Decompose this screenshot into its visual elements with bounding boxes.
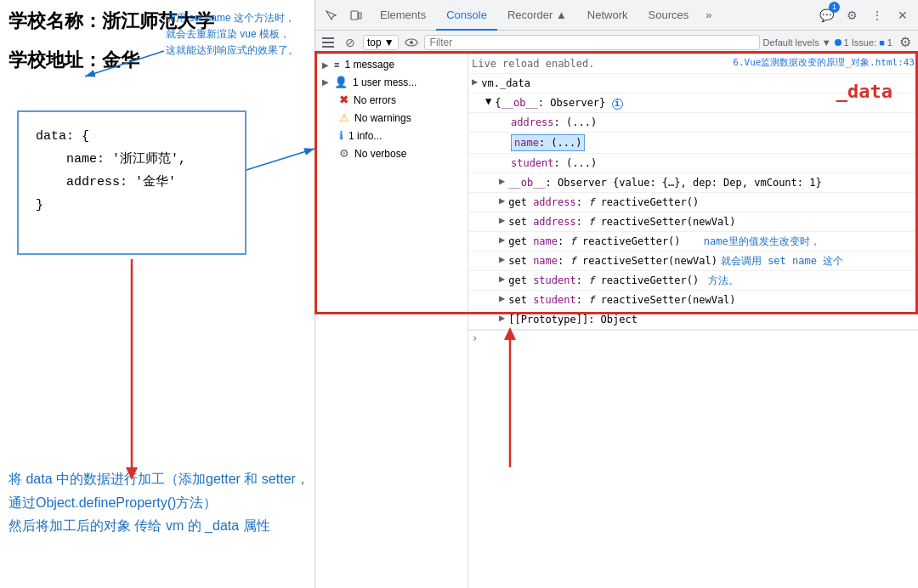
sidebar-errors-label: No errors xyxy=(354,94,396,106)
devtools-tabs: Elements Console Recorder ▲ Network Sour… xyxy=(370,0,718,31)
eye-btn[interactable] xyxy=(402,33,421,52)
console-log: Live reload enabled. 6.Vue监测数据改变的原理_对象.h… xyxy=(468,54,918,588)
log-ob: ▶ __ob__: Observer {value: {…}, dep: Dep… xyxy=(468,173,918,193)
default-levels[interactable]: Default levels ▼ xyxy=(763,37,831,48)
name-highlighted-text: name: (...) xyxy=(511,134,915,151)
live-reload-text: Live reload enabled. xyxy=(472,56,733,71)
get-address-text: get address: f reactiveGetter() xyxy=(508,195,915,210)
log-prototype: ▶ [[Prototype]]: Object xyxy=(468,310,918,330)
sidebar-user-label: 1 user mess... xyxy=(353,76,416,88)
sidebar-info-label: 1 info... xyxy=(348,130,382,142)
svg-rect-0 xyxy=(351,11,358,20)
console-toolbar: ⊘ top ▼ Default levels ▼ 1 Issue: ■ 1 ⚙ xyxy=(315,31,918,54)
get-student-text: get student: f reactiveGetter() 方法。 xyxy=(508,273,915,288)
expand-get-name[interactable]: ▶ xyxy=(499,234,505,246)
info-icon: ℹ xyxy=(339,129,343,142)
sidebar-info[interactable]: ℹ 1 info... xyxy=(315,127,468,144)
expand-observer[interactable]: ▼ xyxy=(485,95,491,107)
devtools-topbar: Elements Console Recorder ▲ Network Sour… xyxy=(315,0,918,31)
log-get-address: ▶ get address: f reactiveGetter() xyxy=(468,193,918,212)
console-sidebar: ▶ ≡ 1 message ▶ 👤 1 user mess... ✖ No er… xyxy=(315,54,468,588)
device-icon-btn[interactable] xyxy=(344,3,368,27)
cursor-icon-btn[interactable] xyxy=(319,3,343,27)
log-address: address: (...) xyxy=(468,113,918,133)
issue-badge: 1 Issue: ■ 1 xyxy=(835,37,892,48)
sidebar-all-messages[interactable]: ▶ ≡ 1 message xyxy=(315,56,468,73)
svg-rect-4 xyxy=(322,46,334,48)
svg-point-6 xyxy=(410,41,413,44)
expand-arrow: ▶ xyxy=(322,60,329,70)
tab-recorder[interactable]: Recorder ▲ xyxy=(497,0,577,31)
left-panel: 学校名称：浙江师范大学 学校地址：金华 调用 set name 这个方法时，就会… xyxy=(0,0,310,588)
tab-console[interactable]: Console xyxy=(436,0,497,31)
sidebar-user-messages[interactable]: ▶ 👤 1 user mess... xyxy=(315,73,468,91)
console-prompt: › xyxy=(472,332,478,344)
expand-get-address[interactable]: ▶ xyxy=(499,195,505,206)
sidebar-errors[interactable]: ✖ No errors xyxy=(315,91,468,109)
log-student: student: (...) xyxy=(468,154,918,173)
warning-icon: ⚠ xyxy=(339,111,349,124)
devtools-panel: Elements Console Recorder ▲ Network Sour… xyxy=(314,0,918,588)
live-reload-source[interactable]: 6.Vue监测数据改变的原理_对象.html:43 xyxy=(733,56,915,69)
log-set-student: ▶ set student: f reactiveSetter(newVal) xyxy=(468,291,918,310)
bottom-annotation: 将 data 中的数据进行加工（添加getter 和 setter，通过Obje… xyxy=(8,467,310,537)
svg-rect-3 xyxy=(322,42,334,43)
svg-rect-1 xyxy=(359,13,361,19)
tab-network[interactable]: Network xyxy=(577,0,638,31)
sidebar-warnings[interactable]: ⚠ No warnings xyxy=(315,109,468,127)
annotation-bubble: 调用 set name 这个方法时，就会去重新渲染 vue 模板，这就能达到响应… xyxy=(166,10,306,59)
expand-prototype[interactable]: ▶ xyxy=(499,312,505,324)
top-dropdown[interactable]: top ▼ xyxy=(363,35,399,50)
tab-sources[interactable]: Sources xyxy=(638,0,700,31)
sidebar-messages-icon: ≡ xyxy=(334,59,339,70)
address-text: address: (...) xyxy=(511,115,915,130)
expand-vm-data[interactable]: ▶ xyxy=(472,76,478,88)
sidebar-verbose[interactable]: ⚙ No verbose xyxy=(315,144,468,162)
tab-elements[interactable]: Elements xyxy=(370,0,436,31)
issue-dot xyxy=(835,39,842,46)
kebab-icon-btn[interactable]: ⋮ xyxy=(865,3,889,27)
console-gear-btn[interactable]: ⚙ xyxy=(896,33,915,52)
verbose-icon: ⚙ xyxy=(339,147,349,160)
settings-icon-btn[interactable]: ⚙ xyxy=(840,3,864,27)
log-name-highlighted: name: (...) xyxy=(468,133,918,154)
console-content: ▶ ≡ 1 message ▶ 👤 1 user mess... ✖ No er… xyxy=(315,54,918,588)
data-box: data: { name: '浙江师范', address: '金华' } xyxy=(17,110,246,255)
expand-set-student[interactable]: ▶ xyxy=(499,292,505,304)
expand-set-name[interactable]: ▶ xyxy=(499,253,505,265)
log-get-name: ▶ get name: f reactiveGetter() name里的值发生… xyxy=(468,232,918,252)
sidebar-verbose-label: No verbose xyxy=(354,148,406,160)
svg-rect-2 xyxy=(322,37,334,39)
log-set-address: ▶ set address: f reactiveSetter(newVal) xyxy=(468,212,918,232)
data-box-content: data: { name: '浙江师范', address: '金华' } xyxy=(36,125,228,217)
expand-set-address[interactable]: ▶ xyxy=(499,214,505,226)
data-label: _data xyxy=(836,81,892,102)
set-name-text: set name: f reactiveSetter(newVal)就会调用 s… xyxy=(508,253,915,269)
devtools-right-icons: 💬1 ⚙ ⋮ ✕ xyxy=(814,3,915,27)
log-live-reload: Live reload enabled. 6.Vue监测数据改变的原理_对象.h… xyxy=(468,54,918,74)
student-text: student: (...) xyxy=(511,155,915,171)
set-student-text: set student: f reactiveSetter(newVal) xyxy=(508,292,915,308)
chat-icon-btn[interactable]: 💬1 xyxy=(814,3,838,27)
log-set-name: ▶ set name: f reactiveSetter(newVal)就会调用… xyxy=(468,252,918,271)
expand-get-student[interactable]: ▶ xyxy=(499,273,505,285)
set-address-text: set address: f reactiveSetter(newVal) xyxy=(508,214,915,229)
sidebar-toggle-btn[interactable] xyxy=(319,33,337,52)
console-input[interactable] xyxy=(481,332,915,344)
tab-more[interactable]: » xyxy=(699,8,718,21)
sidebar-warnings-label: No warnings xyxy=(354,112,411,124)
get-name-text: get name: f reactiveGetter() name里的值发生改变… xyxy=(508,234,915,249)
error-icon: ✖ xyxy=(339,93,348,106)
sidebar-messages-label: 1 message xyxy=(344,59,394,71)
prototype-text: [[Prototype]]: Object xyxy=(508,312,915,327)
ban-btn[interactable]: ⊘ xyxy=(341,33,360,52)
filter-input[interactable] xyxy=(424,35,760,50)
close-icon-btn[interactable]: ✕ xyxy=(891,3,915,27)
user-icon: 👤 xyxy=(334,76,348,88)
ob-text: __ob__: Observer {value: {…}, dep: Dep, … xyxy=(508,175,915,190)
log-get-student: ▶ get student: f reactiveGetter() 方法。 xyxy=(468,271,918,291)
expand-ob[interactable]: ▶ xyxy=(499,175,505,187)
console-input-row: › xyxy=(468,330,918,346)
